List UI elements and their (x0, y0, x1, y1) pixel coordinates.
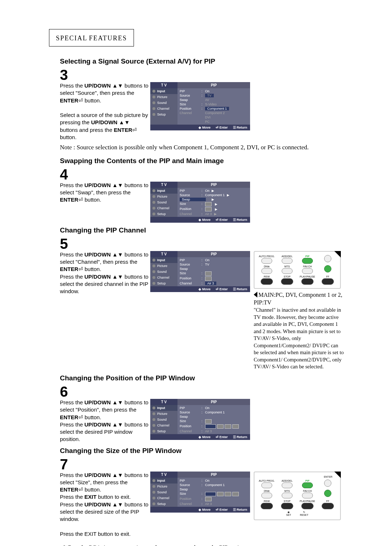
step7-heading: Changing the Size of the PIP Window (60, 447, 347, 455)
side-note-1: MAIN:PC, DVI, Component 1 or 2, PIP:TV "… (254, 291, 344, 371)
step6-heading: Changing the Position of the PIP Window (60, 374, 347, 382)
osd-screenshot-5: T VPIP Input Picture Sound Channel Setup… (150, 251, 250, 292)
remote-diagram-2: ENTER AUTO PROG. ADD/DEL PIP DNIe MTS FA… (254, 472, 341, 520)
osd-screenshot-6: T VPIP Input Picture Sound Channel Setup… (150, 399, 250, 440)
step3-number: 3 (60, 68, 347, 82)
section-header: SPECIAL FEATURES (49, 29, 134, 46)
step6-text: Press the UP/DOWN ▲▼ buttons to select "… (60, 399, 149, 443)
step6-number: 6 (60, 384, 347, 399)
osd-screenshot-7: T VPIP Input Picture Sound Channel Setup… (150, 472, 250, 513)
remote-diagram-1: AUTO PROG. ADD/DEL PIP DNIe MTS FAV.CH R… (254, 251, 341, 289)
osd-screenshot-3: T VPIP Input Picture Sound Channel Setup… (150, 82, 250, 130)
step5-text: Press the UP/DOWN ▲▼ buttons to select "… (60, 251, 149, 295)
pointer-icon (254, 292, 257, 298)
step7-text: Press the UP/DOWN ▲▼ buttons to select "… (60, 472, 149, 538)
notes-list: • When the PC is in energy saving mode, … (60, 543, 347, 546)
step3-note: Note : Source selection is possible only… (60, 143, 347, 152)
step5-heading: Changing the PIP Channel (60, 226, 347, 234)
osd-screenshot-4: T VPIP Input Picture Sound Channel Setup… (150, 182, 250, 223)
section-header-text: S (56, 33, 60, 42)
step4-number: 4 (60, 167, 347, 182)
step5-number: 5 (60, 236, 347, 251)
step4-text: Press the UP/DOWN ▲▼ buttons to select "… (60, 182, 149, 204)
step3-heading: Selecting a Signal Source (External A/V)… (60, 57, 347, 65)
step4-heading: Swapping the Contents of the PIP and Mai… (60, 157, 347, 165)
step3-text: Press the UP/DOWN ▲▼ buttons to select "… (60, 82, 149, 141)
step7-number: 7 (60, 457, 347, 472)
